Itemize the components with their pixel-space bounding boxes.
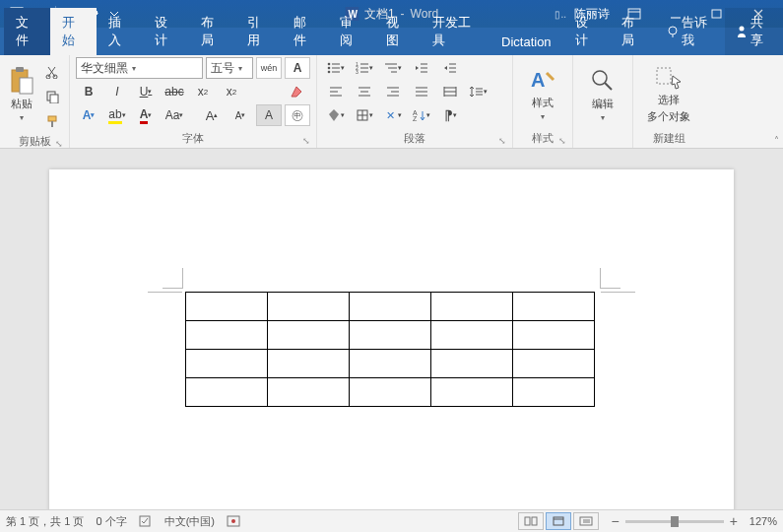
- bulb-icon: [666, 25, 678, 38]
- group-label: 样式: [532, 132, 554, 144]
- grow-font-button[interactable]: A▴: [199, 104, 225, 126]
- numbering-button[interactable]: 123▾: [352, 57, 377, 79]
- tell-me[interactable]: 告诉我: [656, 8, 725, 55]
- show-marks-button[interactable]: ⁋▾: [437, 104, 463, 126]
- paste-icon: [8, 67, 35, 95]
- asian-layout-button[interactable]: ✕▾: [380, 104, 406, 126]
- zoom-slider[interactable]: − +: [611, 513, 737, 529]
- margin-line: [601, 292, 635, 293]
- read-mode-icon[interactable]: [518, 512, 544, 530]
- change-case-button[interactable]: Aa▾: [162, 104, 187, 126]
- align-center-button[interactable]: [352, 81, 377, 102]
- shrink-font-button[interactable]: A▾: [228, 104, 253, 126]
- page-number[interactable]: 第 1 页，共 1 页: [6, 514, 84, 529]
- format-painter-icon[interactable]: [39, 110, 65, 132]
- justify-button[interactable]: [409, 81, 434, 102]
- distributed-button[interactable]: [437, 81, 463, 102]
- italic-button[interactable]: I: [104, 81, 130, 102]
- svg-point-10: [669, 27, 677, 34]
- align-right-button[interactable]: [380, 81, 406, 102]
- svg-rect-14: [16, 67, 24, 72]
- text-effects-button[interactable]: A▾: [76, 104, 101, 126]
- bullets-button[interactable]: ▾: [323, 57, 349, 79]
- web-layout-icon[interactable]: [573, 512, 599, 530]
- collapse-ribbon-icon[interactable]: ˄: [774, 135, 779, 146]
- svg-rect-15: [20, 78, 33, 94]
- tab-references[interactable]: 引用: [235, 8, 282, 55]
- table-row: [186, 350, 595, 378]
- document-table[interactable]: [185, 292, 595, 407]
- svg-point-26: [328, 71, 331, 74]
- paste-button[interactable]: 粘贴 ▾: [6, 57, 37, 132]
- group-label: 新建组: [653, 132, 685, 144]
- tab-review[interactable]: 审阅: [328, 8, 374, 55]
- share-button[interactable]: 共享: [725, 8, 783, 55]
- tab-home[interactable]: 开始: [50, 8, 97, 55]
- cut-icon[interactable]: [39, 61, 65, 83]
- tab-table-design[interactable]: 设计: [563, 8, 610, 55]
- tab-layout[interactable]: 布局: [189, 8, 235, 55]
- tab-insert[interactable]: 插入: [97, 8, 143, 55]
- superscript-button[interactable]: x2: [219, 81, 244, 102]
- sort-button[interactable]: AZ▾: [409, 104, 434, 126]
- copy-icon[interactable]: [39, 86, 65, 107]
- enclose-characters-button[interactable]: ㊥: [285, 104, 310, 126]
- phonetic-guide-button[interactable]: wén: [256, 57, 282, 79]
- tab-design[interactable]: 设计: [143, 8, 189, 55]
- zoom-track[interactable]: [625, 520, 724, 523]
- dialog-launcher-icon[interactable]: ⤡: [498, 136, 506, 146]
- statusbar: 第 1 页，共 1 页 0 个字 中文(中国) − + 127%: [0, 509, 783, 532]
- macro-icon[interactable]: [227, 515, 240, 527]
- dialog-launcher-icon[interactable]: ⤡: [558, 136, 566, 146]
- font-name-select[interactable]: 华文细黑▾: [76, 57, 203, 79]
- highlight-button[interactable]: ab▾: [104, 104, 130, 126]
- align-left-button[interactable]: [323, 81, 349, 102]
- find-icon: [589, 67, 617, 95]
- tab-view[interactable]: 视图: [374, 8, 421, 55]
- increase-indent-button[interactable]: [437, 57, 463, 79]
- character-border-button[interactable]: A: [285, 57, 310, 79]
- shading-button[interactable]: ▾: [323, 104, 349, 126]
- svg-text:Z: Z: [413, 115, 418, 121]
- group-paragraph: ▾ 123▾ ▾ ▾ ▾ ▾ ✕▾ AZ▾ ⁋▾ 段落⤡: [317, 55, 513, 148]
- table-row: [186, 293, 595, 321]
- tab-developer[interactable]: 开发工具: [421, 8, 489, 55]
- language[interactable]: 中文(中国): [164, 514, 215, 529]
- character-shading-button[interactable]: A: [256, 104, 282, 126]
- select-objects-button[interactable]: 选择 多个对象: [640, 59, 697, 128]
- svg-line-71: [605, 83, 612, 90]
- font-color-button[interactable]: A▾: [133, 104, 159, 126]
- zoom-in-icon[interactable]: +: [730, 513, 738, 529]
- print-layout-icon[interactable]: [546, 512, 571, 530]
- word-count[interactable]: 0 个字: [96, 514, 126, 529]
- multilevel-list-button[interactable]: ▾: [380, 57, 406, 79]
- page[interactable]: [49, 169, 734, 510]
- margin-corner: [600, 268, 620, 289]
- decrease-indent-button[interactable]: [409, 57, 434, 79]
- group-font: 华文细黑▾ 五号▾ wén A B I U▾ abc x2 x2 A▾ ab▾ …: [70, 55, 317, 148]
- tab-mailings[interactable]: 邮件: [282, 8, 328, 55]
- strikethrough-button[interactable]: abc: [162, 81, 187, 102]
- ribbon-tabs: 文件 开始 插入 设计 布局 引用 邮件 审阅 视图 开发工具 Dictatio…: [0, 28, 783, 55]
- svg-text:✕: ✕: [386, 109, 395, 121]
- underline-button[interactable]: U▾: [133, 81, 159, 102]
- zoom-out-icon[interactable]: −: [611, 513, 619, 529]
- clear-formatting-icon[interactable]: [285, 81, 310, 102]
- bold-button[interactable]: B: [76, 81, 101, 102]
- svg-rect-78: [554, 517, 563, 525]
- group-label: 字体: [182, 132, 204, 144]
- tab-table-layout[interactable]: 布局: [610, 8, 656, 55]
- dialog-launcher-icon[interactable]: ⤡: [302, 136, 310, 146]
- tab-dictation[interactable]: Dictation: [489, 29, 563, 55]
- dialog-launcher-icon[interactable]: ⤡: [55, 139, 63, 149]
- font-size-select[interactable]: 五号▾: [206, 57, 253, 79]
- zoom-level[interactable]: 127%: [750, 515, 777, 527]
- spell-check-icon[interactable]: [139, 514, 153, 528]
- line-spacing-button[interactable]: ▾: [466, 81, 491, 102]
- borders-button[interactable]: ▾: [352, 104, 377, 126]
- editing-button[interactable]: 编辑▾: [579, 63, 626, 126]
- svg-text:A: A: [531, 69, 545, 91]
- subscript-button[interactable]: x2: [190, 81, 216, 102]
- tab-file[interactable]: 文件: [4, 8, 50, 55]
- styles-button[interactable]: A 样式▾: [519, 62, 566, 125]
